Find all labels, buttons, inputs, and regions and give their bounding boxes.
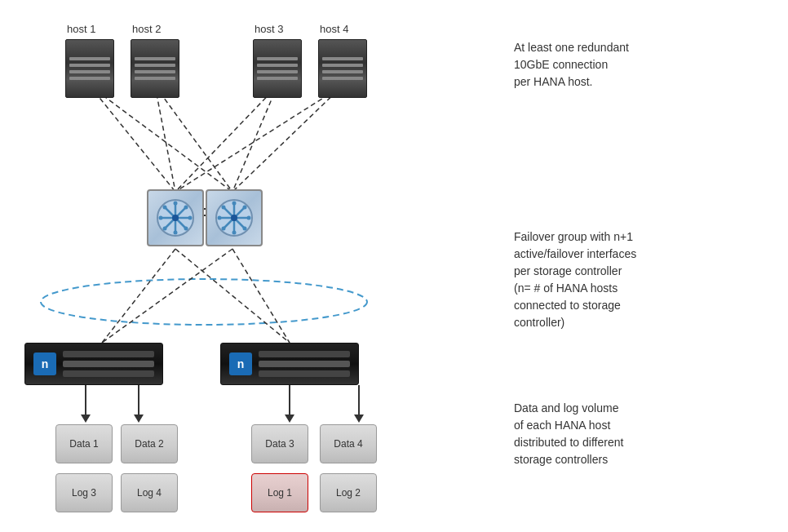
disk-data4: Data 4 xyxy=(320,424,377,463)
svg-line-6 xyxy=(175,86,343,192)
svg-line-5 xyxy=(232,86,277,192)
disk-log3: Log 3 xyxy=(55,473,113,512)
disk-log2: Log 2 xyxy=(320,473,377,512)
storage1-badge: n xyxy=(33,352,56,375)
disk-data2: Data 2 xyxy=(121,424,178,463)
svg-point-30 xyxy=(174,202,178,206)
svg-line-12 xyxy=(102,249,175,343)
annotation-2: Failover group with n+1active/failover i… xyxy=(514,228,636,331)
svg-point-49 xyxy=(243,227,247,231)
svg-line-7 xyxy=(232,86,343,192)
host4-label: host 4 xyxy=(320,23,348,35)
svg-point-50 xyxy=(243,206,247,210)
svg-line-4 xyxy=(175,86,277,192)
svg-marker-19 xyxy=(134,415,144,423)
storage-controller-2: n xyxy=(220,343,359,385)
svg-point-48 xyxy=(222,206,226,210)
svg-line-15 xyxy=(232,249,290,343)
disk-log4: Log 4 xyxy=(121,473,178,512)
annotation-3: Data and log volumeof each HANA hostdist… xyxy=(514,400,623,468)
svg-point-43 xyxy=(231,215,237,221)
switch1 xyxy=(147,189,204,246)
svg-point-35 xyxy=(184,227,188,231)
svg-line-0 xyxy=(90,86,175,192)
svg-point-36 xyxy=(184,206,188,210)
host3-server xyxy=(253,39,302,98)
disk-data1: Data 1 xyxy=(55,424,113,463)
svg-point-11 xyxy=(41,279,367,325)
svg-point-47 xyxy=(247,216,251,220)
host2-label: host 2 xyxy=(132,23,161,35)
annotation-1: At least one redundant10GbE connectionpe… xyxy=(514,39,629,91)
svg-point-31 xyxy=(174,231,178,235)
svg-line-13 xyxy=(175,249,290,343)
host3-label: host 3 xyxy=(255,23,283,35)
host2-server xyxy=(131,39,179,98)
svg-point-33 xyxy=(188,216,193,220)
switch2 xyxy=(206,189,263,246)
svg-point-32 xyxy=(159,216,163,220)
svg-point-29 xyxy=(172,215,179,221)
svg-point-51 xyxy=(222,227,226,231)
svg-marker-21 xyxy=(285,415,294,423)
svg-line-14 xyxy=(102,249,232,343)
svg-line-2 xyxy=(155,86,175,192)
svg-point-45 xyxy=(232,231,237,235)
svg-marker-23 xyxy=(354,415,364,423)
svg-marker-17 xyxy=(81,415,91,423)
svg-point-37 xyxy=(163,227,167,231)
host1-server xyxy=(65,39,114,98)
disk-data3: Data 3 xyxy=(251,424,308,463)
storage2-badge: n xyxy=(229,352,252,375)
host1-label: host 1 xyxy=(67,23,95,35)
connection-lines xyxy=(0,0,788,532)
svg-point-46 xyxy=(218,216,222,220)
svg-point-44 xyxy=(232,202,237,206)
svg-line-3 xyxy=(155,86,232,192)
storage-controller-1: n xyxy=(24,343,163,385)
svg-line-1 xyxy=(90,86,232,192)
diagram-container: host 1 host 2 host 3 host 4 xyxy=(0,0,788,532)
disk-log1: Log 1 xyxy=(251,473,308,512)
svg-point-34 xyxy=(163,206,167,210)
host4-server xyxy=(318,39,367,98)
